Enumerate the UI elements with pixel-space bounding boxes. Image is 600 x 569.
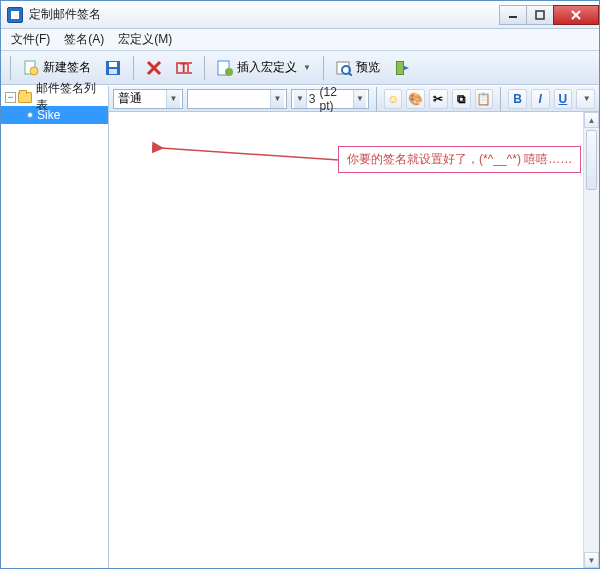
svg-line-18 [349, 73, 352, 76]
client-area: − 邮件签名列表 Sike ▼ ▼ [1, 85, 599, 568]
bold-button[interactable]: B [508, 89, 527, 109]
separator [133, 56, 134, 80]
window-title: 定制邮件签名 [29, 6, 500, 23]
maximize-icon [535, 10, 545, 20]
svg-rect-8 [109, 69, 117, 74]
font-family-input[interactable] [192, 90, 270, 108]
minimize-icon [508, 10, 518, 20]
close-button[interactable] [553, 5, 599, 25]
preview-label: 预览 [356, 59, 380, 76]
editor-canvas[interactable]: 你要的签名就设置好了，(*^__^*) 嘻嘻…… [109, 112, 583, 568]
palette-icon: 🎨 [408, 92, 423, 106]
separator [376, 87, 377, 111]
separator [10, 56, 11, 80]
svg-point-15 [225, 68, 233, 76]
separator [204, 56, 205, 80]
svg-rect-20 [397, 62, 403, 74]
collapse-icon[interactable]: − [5, 92, 16, 103]
maximize-button[interactable] [526, 5, 554, 25]
smiley-icon: ☺ [387, 92, 399, 106]
menubar: 文件(F) 签名(A) 宏定义(M) [1, 29, 599, 51]
exit-icon [394, 60, 410, 76]
titlebar: 定制邮件签名 [1, 1, 599, 29]
cut-button[interactable]: ✂ [429, 89, 448, 109]
chevron-down-icon: ▼ [583, 94, 591, 103]
paragraph-style-combo[interactable]: ▼ [113, 89, 183, 109]
tree-root[interactable]: − 邮件签名列表 [1, 88, 108, 106]
new-signature-button[interactable]: 新建签名 [18, 56, 96, 80]
preview-icon [336, 60, 352, 76]
chevron-down-icon[interactable]: ▼ [294, 90, 307, 108]
svg-point-5 [30, 67, 38, 75]
editor-toolbar: ▼ ▼ ▼ 3 (12 pt) ▼ ☺ [109, 86, 599, 112]
scroll-thumb[interactable] [586, 130, 597, 190]
scroll-down-button[interactable]: ▼ [584, 552, 599, 568]
menu-file[interactable]: 文件(F) [5, 29, 56, 50]
bullet-icon [27, 112, 33, 118]
menu-macro[interactable]: 宏定义(M) [112, 29, 178, 50]
italic-button[interactable]: I [531, 89, 550, 109]
scissors-icon: ✂ [433, 92, 443, 106]
folder-icon [18, 92, 32, 103]
save-button[interactable] [100, 56, 126, 80]
new-doc-icon [23, 60, 39, 76]
svg-rect-7 [109, 62, 117, 67]
rename-button[interactable]: T [171, 56, 197, 80]
font-size-value: 3 [307, 92, 318, 106]
exit-button[interactable] [389, 56, 415, 80]
separator [500, 87, 501, 111]
chevron-down-icon[interactable]: ▼ [166, 90, 180, 108]
copy-icon: ⧉ [457, 92, 466, 106]
font-size-pt: (12 pt) [317, 85, 353, 113]
scroll-track[interactable] [584, 192, 599, 552]
save-icon [105, 60, 121, 76]
clipboard-icon: 📋 [476, 92, 491, 106]
more-format-button[interactable]: ▼ [576, 89, 595, 109]
svg-rect-1 [536, 11, 544, 19]
separator [323, 56, 324, 80]
insert-macro-button[interactable]: 插入宏定义 ▼ [212, 56, 316, 80]
tree-item-label: Sike [37, 108, 60, 122]
emoji-button[interactable]: ☺ [384, 89, 403, 109]
delete-button[interactable] [141, 56, 167, 80]
signature-tree: − 邮件签名列表 Sike [1, 86, 109, 568]
paragraph-style-input[interactable] [118, 90, 166, 108]
annotation-arrow [159, 146, 339, 170]
app-icon [7, 7, 23, 23]
copy-button[interactable]: ⧉ [452, 89, 471, 109]
scroll-up-button[interactable]: ▲ [584, 112, 599, 128]
delete-icon [146, 60, 162, 76]
font-family-combo[interactable]: ▼ [187, 89, 287, 109]
preview-button[interactable]: 预览 [331, 56, 385, 80]
annotation-box: 你要的签名就设置好了，(*^__^*) 嘻嘻…… [338, 146, 581, 173]
insert-macro-label: 插入宏定义 [237, 59, 297, 76]
chevron-down-icon[interactable]: ▼ [270, 90, 284, 108]
vertical-scrollbar[interactable]: ▲ ▼ [583, 112, 599, 568]
rename-icon: T [176, 60, 192, 76]
underline-button[interactable]: U [554, 89, 573, 109]
font-color-button[interactable]: 🎨 [406, 89, 425, 109]
font-size-combo[interactable]: ▼ 3 (12 pt) ▼ [291, 89, 369, 109]
svg-text:T: T [180, 61, 188, 75]
window-controls [500, 5, 599, 25]
paste-button[interactable]: 📋 [475, 89, 494, 109]
menu-signature[interactable]: 签名(A) [58, 29, 110, 50]
close-icon [570, 9, 582, 21]
chevron-down-icon[interactable]: ▼ [353, 90, 366, 108]
editor-pane: ▼ ▼ ▼ 3 (12 pt) ▼ ☺ [109, 86, 599, 568]
chevron-down-icon: ▼ [303, 63, 311, 72]
macro-icon [217, 60, 233, 76]
minimize-button[interactable] [499, 5, 527, 25]
new-signature-label: 新建签名 [43, 59, 91, 76]
window-frame: 定制邮件签名 文件(F) 签名(A) 宏定义(M) 新建签名 [0, 0, 600, 569]
svg-line-21 [161, 148, 339, 160]
